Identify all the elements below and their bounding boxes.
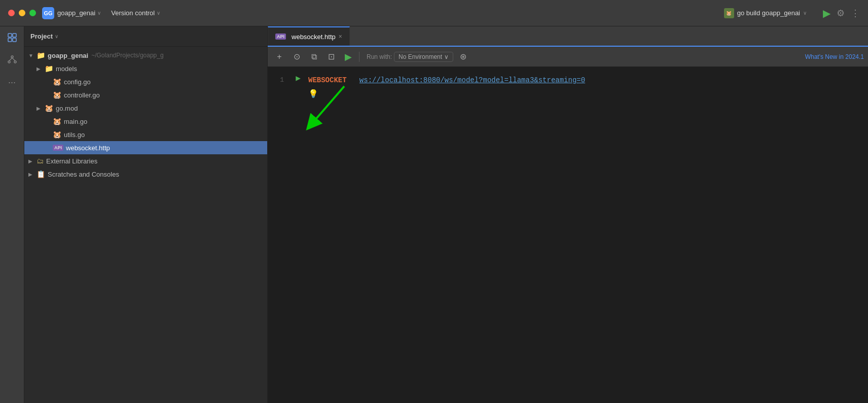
tree-item-label: config.go bbox=[64, 78, 91, 86]
line-content-1: WEBSOCKET ws://localhost:8080/ws/model?m… bbox=[304, 73, 868, 87]
go-file-icon: 🐹 bbox=[45, 104, 53, 112]
scratches-icon: 📋 bbox=[37, 170, 45, 178]
tree-item-main-go[interactable]: ▶ 🐹 main.go bbox=[24, 115, 267, 128]
more-options-button[interactable]: ⋮ bbox=[851, 8, 860, 19]
folder-icon: 📁 bbox=[37, 51, 45, 59]
line-run-button[interactable]: ▶ bbox=[292, 73, 304, 83]
environment-selector[interactable]: No Environment ∨ bbox=[394, 52, 453, 62]
spiral-button[interactable]: ⊛ bbox=[455, 50, 471, 63]
sidebar-title[interactable]: Project bbox=[30, 32, 53, 40]
add-request-button[interactable]: + bbox=[272, 50, 287, 63]
titlebar-right: 🐹 go build goapp_genai ∨ ▶ ⚙ ⋮ bbox=[724, 7, 860, 19]
run-config-icon: 🐹 bbox=[724, 8, 734, 18]
run-config-name: go build goapp_genai bbox=[737, 9, 800, 17]
main-layout: ··· Project ∨ ▼ 📁 goapp_genai ~/GolandPr… bbox=[0, 26, 868, 403]
minimize-button[interactable] bbox=[19, 10, 25, 16]
toolbar-separator bbox=[359, 52, 359, 62]
spacer: ▶ bbox=[45, 132, 53, 138]
tree-item-label: main.go bbox=[64, 118, 87, 125]
sidebar: Project ∨ ▼ 📁 goapp_genai ~/GolandProjec… bbox=[24, 26, 268, 403]
editor-line-1: 1 ▶ WEBSOCKET ws://localhost:8080/ws/mod… bbox=[268, 73, 868, 87]
traffic-lights bbox=[8, 10, 36, 16]
icon-bar: ··· bbox=[0, 26, 24, 403]
tree-item-label: go.mod bbox=[56, 105, 78, 112]
debug-button[interactable]: ⚙ bbox=[837, 8, 845, 19]
tree-item-scratches[interactable]: ▶ 📋 Scratches and Consoles bbox=[24, 167, 267, 181]
go-file-icon: 🐹 bbox=[53, 78, 61, 86]
svg-point-6 bbox=[14, 61, 16, 63]
tree-item-label: controller.go bbox=[64, 91, 100, 99]
play-triangle-icon[interactable]: ▶ bbox=[296, 73, 301, 83]
copy-button[interactable]: ⧉ bbox=[306, 50, 321, 63]
app-name[interactable]: goapp_genai bbox=[57, 9, 95, 17]
websocket-url[interactable]: ws://localhost:8080/ws/model?model=llama… bbox=[359, 76, 585, 84]
tree-item-websocket-http[interactable]: ▶ API websocket.http bbox=[24, 141, 267, 154]
env-chevron-icon: ∨ bbox=[444, 53, 449, 60]
tree-item-goapp-genai[interactable]: ▼ 📁 goapp_genai ~/GolandProjects/goapp_g bbox=[24, 49, 267, 62]
tab-close-button[interactable]: × bbox=[339, 33, 342, 40]
sidebar-chevron-icon[interactable]: ∨ bbox=[55, 33, 58, 39]
split-button[interactable]: ⊡ bbox=[323, 50, 339, 63]
expand-arrow-icon: ▶ bbox=[28, 172, 37, 177]
spacer: ▶ bbox=[45, 145, 53, 151]
run-config[interactable]: 🐹 go build goapp_genai ∨ bbox=[724, 8, 817, 18]
tree-item-utils-go[interactable]: ▶ 🐹 utils.go bbox=[24, 128, 267, 141]
svg-rect-2 bbox=[8, 38, 12, 42]
line-number-1: 1 bbox=[268, 73, 292, 87]
run-all-button[interactable]: ▶ bbox=[341, 50, 356, 63]
env-label: No Environment bbox=[399, 53, 442, 60]
app-icon: GG bbox=[42, 7, 54, 19]
tree-item-label: Scratches and Consoles bbox=[48, 171, 119, 178]
svg-point-5 bbox=[8, 61, 10, 63]
go-file-icon: 🐹 bbox=[53, 91, 61, 99]
close-button[interactable] bbox=[8, 10, 15, 16]
svg-line-7 bbox=[9, 58, 12, 61]
editor-toolbar: + ⊙ ⧉ ⊡ ▶ Run with: No Environment ∨ ⊛ W… bbox=[268, 47, 868, 67]
tree-item-go-mod[interactable]: ▶ 🐹 go.mod bbox=[24, 102, 267, 115]
tree-item-label: utils.go bbox=[64, 131, 85, 139]
structure-icon[interactable] bbox=[5, 53, 19, 67]
tree-item-label: External Libraries bbox=[46, 157, 97, 165]
api-badge: API bbox=[53, 145, 63, 151]
expand-arrow-icon: ▶ bbox=[37, 66, 45, 72]
run-with-label: Run with: bbox=[367, 53, 392, 60]
tree-item-external-libraries[interactable]: ▶ 🗂 External Libraries bbox=[24, 154, 267, 167]
spacer: ▶ bbox=[45, 92, 53, 98]
version-control-menu[interactable]: Version control bbox=[111, 9, 155, 17]
editor-content: 1 ▶ WEBSOCKET ws://localhost:8080/ws/mod… bbox=[268, 67, 868, 403]
tab-bar: API websocket.http × bbox=[268, 26, 868, 47]
tree-item-config-go[interactable]: ▶ 🐹 config.go bbox=[24, 75, 267, 88]
tab-label: websocket.http bbox=[292, 33, 336, 41]
app-chevron-icon[interactable]: ∨ bbox=[97, 10, 101, 16]
run-config-chevron-icon[interactable]: ∨ bbox=[803, 10, 807, 16]
fullscreen-button[interactable] bbox=[29, 10, 36, 16]
run-button[interactable]: ▶ bbox=[823, 7, 830, 19]
more-tools-icon[interactable]: ··· bbox=[5, 75, 19, 89]
svg-point-4 bbox=[11, 56, 13, 58]
whats-new-link[interactable]: What's New in 2024.1 bbox=[805, 53, 864, 60]
expand-arrow-icon: ▶ bbox=[28, 158, 37, 164]
svg-rect-0 bbox=[8, 33, 12, 37]
expand-arrow-icon: ▼ bbox=[28, 53, 37, 58]
tab-websocket-http[interactable]: API websocket.http × bbox=[268, 26, 350, 46]
tree-item-label: websocket.http bbox=[66, 144, 110, 152]
tree-item-models[interactable]: ▶ 📁 models bbox=[24, 62, 267, 75]
bulb-icon: 💡 bbox=[308, 89, 318, 98]
history-button[interactable]: ⊙ bbox=[289, 50, 304, 63]
editor-area: API websocket.http × + ⊙ ⧉ ⊡ ▶ Run with:… bbox=[268, 26, 868, 403]
folder-icon: 📁 bbox=[45, 64, 53, 73]
spacer: ▶ bbox=[45, 119, 53, 124]
vc-chevron-icon[interactable]: ∨ bbox=[157, 10, 160, 16]
titlebar: GG goapp_genai ∨ Version control ∨ 🐹 go … bbox=[0, 0, 868, 26]
tab-api-badge: API bbox=[275, 33, 286, 40]
sidebar-header: Project ∨ bbox=[24, 26, 267, 47]
spacer: ▶ bbox=[45, 79, 53, 85]
project-view-icon[interactable] bbox=[5, 30, 19, 45]
expand-arrow-icon: ▶ bbox=[37, 106, 45, 111]
external-icon: 🗂 bbox=[37, 157, 44, 165]
go-file-icon: 🐹 bbox=[53, 130, 61, 139]
tree-item-label: models bbox=[56, 65, 77, 73]
svg-line-8 bbox=[12, 58, 15, 61]
tree-item-label: goapp_genai bbox=[48, 52, 88, 59]
tree-item-controller-go[interactable]: ▶ 🐹 controller.go bbox=[24, 88, 267, 102]
